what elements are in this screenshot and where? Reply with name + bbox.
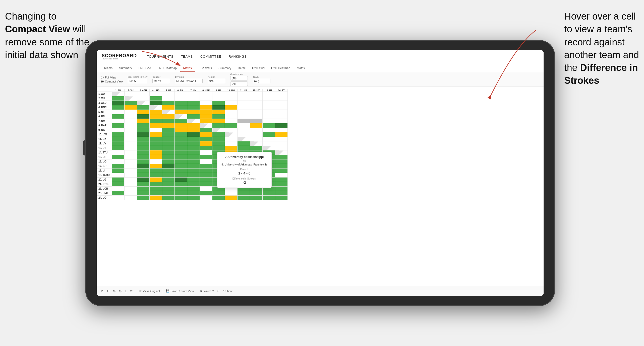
matrix-cell[interactable]: [125, 101, 137, 105]
matrix-cell[interactable]: [200, 155, 212, 159]
matrix-cell[interactable]: [112, 182, 125, 187]
matrix-cell[interactable]: [175, 146, 187, 150]
matrix-cell[interactable]: [137, 196, 150, 200]
matrix-cell[interactable]: [187, 119, 200, 123]
matrix-cell[interactable]: [137, 110, 150, 114]
matrix-cell[interactable]: [162, 114, 175, 119]
matrix-cell[interactable]: [212, 105, 225, 110]
matrix-cell[interactable]: [250, 191, 263, 196]
matrix-cell[interactable]: [263, 119, 275, 123]
matrix-cell[interactable]: [263, 110, 275, 114]
compact-view-option[interactable]: Compact View: [101, 80, 123, 83]
matrix-cell[interactable]: [225, 114, 238, 119]
matrix-cell[interactable]: [137, 178, 150, 182]
matrix-cell[interactable]: [187, 137, 200, 141]
matrix-cell[interactable]: [187, 92, 200, 96]
matrix-cell[interactable]: [162, 191, 175, 196]
adjust-button[interactable]: ±: [125, 289, 127, 293]
matrix-cell[interactable]: [137, 146, 150, 150]
matrix-cell[interactable]: [137, 92, 150, 96]
matrix-cell[interactable]: [225, 137, 238, 141]
matrix-cell[interactable]: [187, 196, 200, 200]
matrix-cell[interactable]: [125, 178, 137, 182]
matrix-cell[interactable]: [250, 105, 263, 110]
matrix-cell[interactable]: [112, 110, 125, 114]
matrix-cell[interactable]: [125, 141, 137, 146]
matrix-cell[interactable]: [137, 182, 150, 187]
matrix-cell[interactable]: [263, 114, 275, 119]
matrix-cell[interactable]: [275, 168, 288, 173]
matrix-cell[interactable]: [238, 128, 250, 132]
matrix-cell[interactable]: [187, 173, 200, 178]
matrix-cell[interactable]: [200, 92, 212, 96]
matrix-cell[interactable]: [150, 150, 162, 155]
matrix-cell[interactable]: [162, 137, 175, 141]
matrix-cell[interactable]: [225, 110, 238, 114]
matrix-cell[interactable]: [187, 182, 200, 187]
matrix-cell[interactable]: [212, 146, 225, 150]
matrix-cell[interactable]: [275, 164, 288, 168]
undo-button[interactable]: ↺: [101, 289, 104, 293]
matrix-cell[interactable]: [200, 128, 212, 132]
matrix-cell[interactable]: [162, 182, 175, 187]
matrix-cell[interactable]: [238, 105, 250, 110]
matrix-cell[interactable]: [275, 137, 288, 141]
matrix-cell[interactable]: [112, 96, 125, 101]
matrix-cell[interactable]: [125, 137, 137, 141]
matrix-cell[interactable]: [125, 123, 137, 128]
matrix-cell[interactable]: [275, 114, 288, 119]
matrix-cell[interactable]: [275, 132, 288, 137]
matrix-cell[interactable]: [212, 114, 225, 119]
matrix-cell[interactable]: [162, 187, 175, 191]
tab-detail[interactable]: Detail: [235, 65, 249, 72]
division-select[interactable]: NCAA Division I: [175, 79, 203, 83]
watch-button[interactable]: ◉ Watch ▾: [200, 289, 214, 293]
matrix-cell[interactable]: [263, 191, 275, 196]
matrix-cell[interactable]: [238, 123, 250, 128]
matrix-cell[interactable]: [175, 114, 187, 119]
matrix-cell[interactable]: [125, 114, 137, 119]
matrix-cell[interactable]: [200, 146, 212, 150]
matrix-cell[interactable]: [238, 146, 250, 150]
matrix-cell[interactable]: [137, 187, 150, 191]
matrix-cell[interactable]: [212, 96, 225, 101]
tab-teams[interactable]: Teams: [101, 65, 115, 72]
matrix-cell[interactable]: [200, 114, 212, 119]
matrix-cell[interactable]: [150, 132, 162, 137]
matrix-cell[interactable]: [275, 182, 288, 187]
matrix-cell[interactable]: [275, 159, 288, 164]
matrix-cell[interactable]: [137, 155, 150, 159]
matrix-cell[interactable]: [112, 164, 125, 168]
matrix-cell[interactable]: [137, 150, 150, 155]
matrix-cell[interactable]: [125, 132, 137, 137]
matrix-cell[interactable]: [175, 191, 187, 196]
matrix-cell[interactable]: [162, 92, 175, 96]
matrix-cell[interactable]: [162, 159, 175, 164]
matrix-cell[interactable]: [263, 92, 275, 96]
matrix-cell[interactable]: [125, 92, 137, 96]
matrix-cell[interactable]: [225, 123, 238, 128]
nav-teams[interactable]: TEAMS: [181, 53, 193, 60]
matrix-cell[interactable]: [150, 168, 162, 173]
layout-button[interactable]: ⊞: [217, 289, 219, 293]
tab-summary[interactable]: Summary: [116, 65, 135, 72]
matrix-cell[interactable]: [212, 92, 225, 96]
matrix-cell[interactable]: [200, 173, 212, 178]
matrix-cell[interactable]: [175, 119, 187, 123]
matrix-cell[interactable]: [200, 141, 212, 146]
matrix-cell[interactable]: [175, 141, 187, 146]
matrix-cell[interactable]: [225, 101, 238, 105]
matrix-cell[interactable]: [275, 101, 288, 105]
matrix-cell[interactable]: [150, 96, 162, 101]
matrix-cell[interactable]: [200, 164, 212, 168]
matrix-cell[interactable]: [125, 150, 137, 155]
matrix-cell[interactable]: [137, 168, 150, 173]
matrix-cell[interactable]: [150, 110, 162, 114]
matrix-cell[interactable]: [275, 123, 288, 128]
matrix-cell[interactable]: [137, 96, 150, 101]
matrix-cell[interactable]: [150, 141, 162, 146]
matrix-cell[interactable]: [225, 119, 238, 123]
matrix-cell[interactable]: [187, 132, 200, 137]
matrix-cell[interactable]: [150, 164, 162, 168]
matrix-cell[interactable]: [137, 101, 150, 105]
